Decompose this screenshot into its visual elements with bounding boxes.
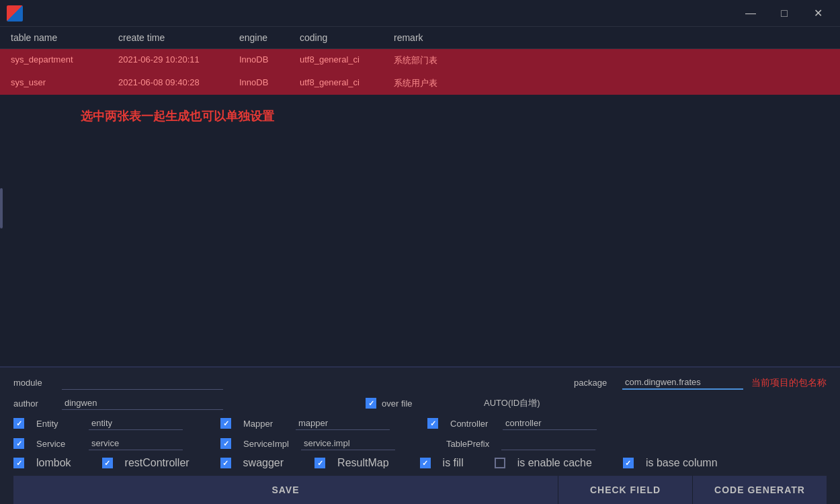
controller-checkbox[interactable] (427, 418, 438, 429)
table-area: table name create time engine coding rem… (0, 27, 840, 366)
service-impl-label: ServiceImpl (243, 439, 289, 449)
package-hint: 当前项目的包名称 (751, 377, 827, 389)
module-input[interactable] (62, 376, 223, 390)
col-header-remark: remark (394, 32, 829, 43)
save-button[interactable]: SAVE (13, 476, 558, 504)
entity-mapper-row: Entity Mapper Controller (13, 417, 827, 430)
author-row: author over file AUTO(ID自增) (13, 396, 827, 410)
button-row: SAVE CHECK FIELD CODE GENERATR (13, 476, 827, 504)
titlebar-left (7, 5, 23, 22)
cell-table-name: sys_department (11, 54, 118, 67)
package-input[interactable] (622, 376, 743, 390)
is-fill-label: is fill (443, 457, 464, 469)
controller-input[interactable] (503, 417, 597, 430)
col-header-coding: coding (300, 32, 394, 43)
is-base-column-checkbox[interactable] (623, 458, 634, 468)
result-map-label: ResultMap (337, 457, 388, 469)
auto-id-label: AUTO(ID自增) (484, 397, 540, 409)
table-header: table name create time engine coding rem… (0, 27, 840, 49)
col-header-table-name: table name (11, 32, 118, 43)
swagger-label: swagger (243, 457, 284, 469)
result-map-checkbox[interactable] (314, 458, 325, 468)
app-icon (7, 5, 23, 22)
entity-checkbox[interactable] (13, 418, 24, 429)
cell-remark: 系统用户表 (394, 77, 829, 89)
titlebar-controls: — □ ✕ (735, 3, 833, 24)
table-row[interactable]: sys_department 2021-06-29 10:20:11 InnoD… (0, 49, 840, 72)
maximize-button[interactable]: □ (769, 3, 800, 24)
col-header-engine: engine (239, 32, 300, 43)
module-label: module (13, 378, 54, 388)
service-checkbox[interactable] (13, 438, 24, 449)
lombok-label: lombok (36, 457, 71, 469)
cell-create-time: 2021-06-29 10:20:11 (118, 54, 239, 67)
cell-coding: utf8_general_ci (300, 54, 394, 67)
is-base-column-label: is base column (646, 457, 718, 469)
col-header-create-time: create time (118, 32, 239, 43)
author-label: author (13, 398, 54, 409)
close-button[interactable]: ✕ (802, 3, 833, 24)
bottom-panel: module package 当前项目的包名称 author over file… (0, 366, 840, 504)
table-prefix-label: TablePrefix (446, 439, 489, 449)
mapper-checkbox[interactable] (220, 418, 231, 429)
is-enable-cache-label: is enable cache (517, 457, 592, 469)
cell-remark: 系统部门表 (394, 54, 829, 67)
titlebar: — □ ✕ (0, 0, 840, 27)
swagger-checkbox[interactable] (220, 458, 231, 468)
table-prefix-input[interactable] (501, 437, 595, 450)
module-package-row: module package 当前项目的包名称 (13, 376, 827, 390)
mapper-input[interactable] (296, 417, 390, 430)
code-generate-button[interactable]: CODE GENERATR (692, 476, 827, 504)
over-file-label: over file (382, 398, 422, 409)
cell-create-time: 2021-06-08 09:40:28 (118, 77, 239, 89)
cell-table-name: sys_user (11, 77, 118, 89)
main-content: table name create time engine coding rem… (0, 27, 840, 504)
rest-controller-checkbox[interactable] (102, 458, 113, 468)
entity-label: Entity (36, 419, 77, 429)
is-fill-checkbox[interactable] (420, 458, 431, 468)
minimize-button[interactable]: — (735, 3, 766, 24)
cell-coding: utf8_general_ci (300, 77, 394, 89)
options-row: lombok restController swagger ResultMap … (13, 457, 827, 469)
cell-engine: InnoDB (239, 54, 300, 67)
service-input[interactable] (89, 437, 183, 450)
author-input[interactable] (62, 396, 223, 410)
service-impl-input[interactable] (301, 437, 395, 450)
package-label: package (574, 378, 614, 388)
cell-engine: InnoDB (239, 77, 300, 89)
module-right: package 当前项目的包名称 (574, 376, 827, 390)
check-field-button[interactable]: CHECK FIELD (558, 476, 692, 504)
annotation-text: 选中两张表一起生成也可以单独设置 (0, 95, 840, 138)
mapper-label: Mapper (243, 419, 284, 429)
controller-label: Controller (450, 419, 491, 429)
over-file-checkbox[interactable] (366, 398, 376, 409)
module-left: module (13, 376, 223, 390)
is-enable-cache-checkbox[interactable] (495, 458, 505, 468)
table-row[interactable]: sys_user 2021-06-08 09:40:28 InnoDB utf8… (0, 72, 840, 95)
rest-controller-label: restController (125, 457, 190, 469)
service-row: Service ServiceImpl TablePrefix (13, 437, 827, 450)
service-label: Service (36, 439, 77, 449)
scroll-indicator[interactable] (0, 188, 3, 228)
service-impl-checkbox[interactable] (220, 438, 231, 449)
lombok-checkbox[interactable] (13, 458, 24, 468)
entity-input[interactable] (89, 417, 183, 430)
